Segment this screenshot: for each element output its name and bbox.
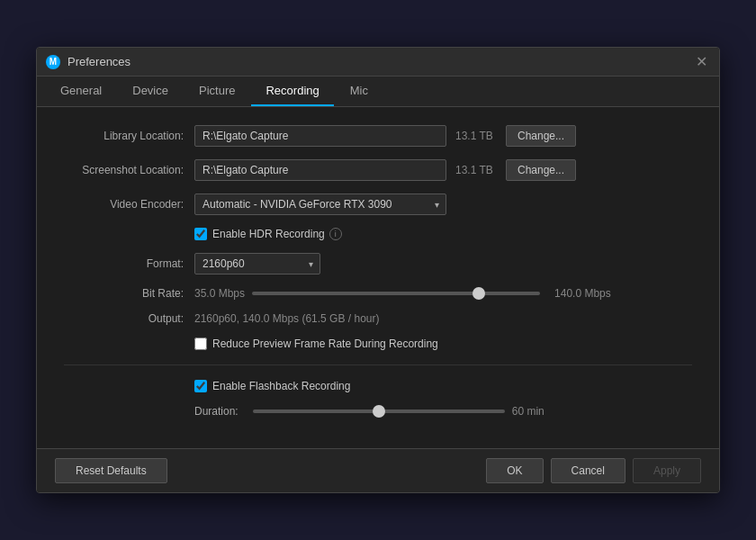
section-divider <box>64 364 692 365</box>
tab-picture[interactable]: Picture <box>184 76 249 106</box>
tab-general[interactable]: General <box>46 76 116 106</box>
duration-value: 60 min <box>512 405 557 418</box>
video-encoder-select[interactable]: Automatic - NVIDIA GeForce RTX 3090 <box>194 194 446 215</box>
library-size: 13.1 TB <box>455 130 500 142</box>
bitrate-max: 140.0 Mbps <box>554 287 611 300</box>
titlebar-left: M Preferences <box>46 55 130 69</box>
library-location-label: Library Location: <box>64 130 194 142</box>
apply-button[interactable]: Apply <box>633 458 701 483</box>
tab-recording[interactable]: Recording <box>251 76 333 106</box>
output-label: Output: <box>64 312 194 325</box>
info-icon[interactable]: i <box>329 228 342 240</box>
output-row: Output: 2160p60, 140.0 Mbps (61.5 GB / h… <box>64 312 692 325</box>
output-value: 2160p60, 140.0 Mbps (61.5 GB / hour) <box>194 312 379 325</box>
library-change-button[interactable]: Change... <box>506 125 576 147</box>
flashback-label: Enable Flashback Recording <box>212 380 350 392</box>
screenshot-size: 13.1 TB <box>455 164 500 176</box>
video-encoder-wrapper: Automatic - NVIDIA GeForce RTX 3090 ▾ <box>194 194 446 215</box>
reduce-preview-checkbox[interactable] <box>194 338 207 350</box>
library-location-row: Library Location: 13.1 TB Change... <box>64 125 692 147</box>
format-label: Format: <box>64 257 194 270</box>
preferences-window: M Preferences ✕ General Device Picture R… <box>36 47 720 493</box>
reset-defaults-button[interactable]: Reset Defaults <box>55 458 167 483</box>
video-encoder-label: Video Encoder: <box>64 198 194 211</box>
flashback-checkbox-row: Enable Flashback Recording <box>64 380 692 392</box>
duration-label: Duration: <box>194 405 238 418</box>
format-select[interactable]: 2160p60 <box>194 253 320 274</box>
footer: Reset Defaults OK Cancel Apply <box>37 448 719 492</box>
duration-slider[interactable] <box>253 410 505 413</box>
format-row: Format: 2160p60 ▾ <box>64 253 692 274</box>
bitrate-row: Bit Rate: 35.0 Mbps 140.0 Mbps <box>64 287 692 300</box>
flashback-checkbox[interactable] <box>194 380 207 392</box>
screenshot-location-row: Screenshot Location: 13.1 TB Change... <box>64 159 692 181</box>
screenshot-location-input[interactable] <box>194 159 446 181</box>
format-wrapper: 2160p60 ▾ <box>194 253 320 274</box>
bitrate-min: 35.0 Mbps <box>194 287 245 300</box>
close-button[interactable]: ✕ <box>692 53 710 71</box>
tab-device[interactable]: Device <box>118 76 183 106</box>
reduce-preview-label: Reduce Preview Frame Rate During Recordi… <box>212 338 438 350</box>
bitrate-slider[interactable] <box>252 292 540 295</box>
bitrate-label: Bit Rate: <box>64 287 194 300</box>
video-encoder-row: Video Encoder: Automatic - NVIDIA GeForc… <box>64 194 692 215</box>
screenshot-location-label: Screenshot Location: <box>64 164 194 176</box>
titlebar: M Preferences ✕ <box>37 48 719 76</box>
hdr-checkbox[interactable] <box>194 228 207 240</box>
window-title: Preferences <box>68 55 130 68</box>
hdr-label: Enable HDR Recording <box>212 228 325 240</box>
duration-row: Duration: 60 min <box>64 405 692 418</box>
ok-button[interactable]: OK <box>486 458 543 483</box>
tab-bar: General Device Picture Recording Mic <box>37 76 719 107</box>
footer-right: OK Cancel Apply <box>486 458 701 483</box>
screenshot-change-button[interactable]: Change... <box>506 159 576 181</box>
library-location-input[interactable] <box>194 125 446 147</box>
content-area: Library Location: 13.1 TB Change... Scre… <box>37 107 719 448</box>
reduce-preview-row: Reduce Preview Frame Rate During Recordi… <box>64 338 692 350</box>
hdr-checkbox-row: Enable HDR Recording i <box>64 228 692 240</box>
tab-mic[interactable]: Mic <box>336 76 382 106</box>
app-icon: M <box>46 55 60 69</box>
cancel-button[interactable]: Cancel <box>551 458 626 483</box>
